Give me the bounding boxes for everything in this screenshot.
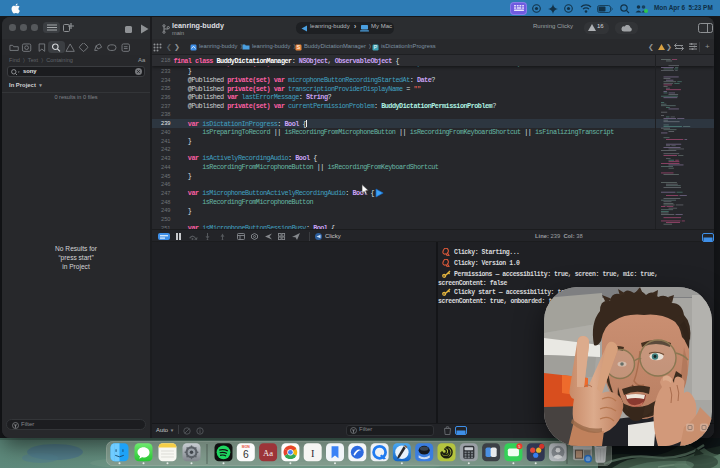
svg-text:I: I [311,448,315,459]
svg-text:5: 5 [518,445,520,449]
svg-text:6: 6 [243,449,249,460]
svg-text:Aa: Aa [263,448,273,458]
